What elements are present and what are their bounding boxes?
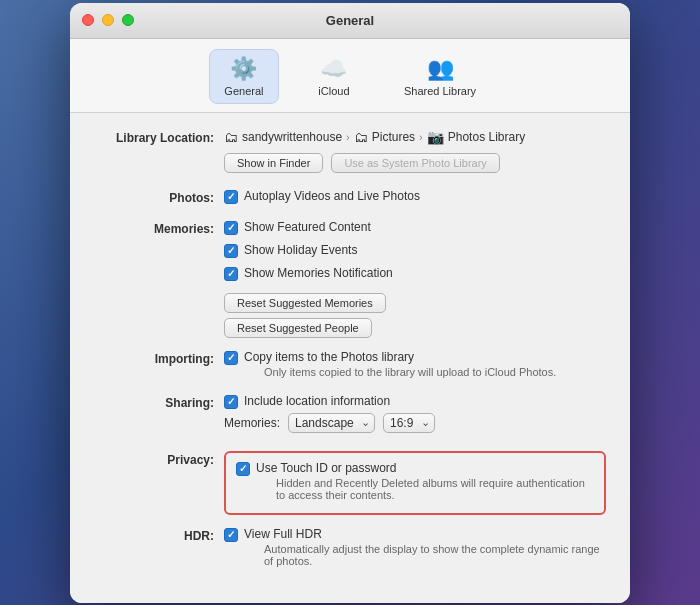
touch-id-row: Use Touch ID or password Hidden and Rece… bbox=[236, 461, 594, 501]
tab-icloud[interactable]: ☁️ iCloud bbox=[299, 49, 369, 104]
view-full-hdr-row: View Full HDR Automatically adjust the d… bbox=[224, 527, 606, 567]
reset-suggested-people-button[interactable]: Reset Suggested People bbox=[224, 318, 372, 338]
show-memories-notification-checkbox[interactable] bbox=[224, 267, 238, 281]
importing-row: Importing: Copy items to the Photos libr… bbox=[94, 350, 606, 382]
memories-sharing-row: Memories: Landscape Portrait Square 16:9… bbox=[224, 413, 606, 433]
copy-items-sub: Only items copied to the library will up… bbox=[264, 366, 556, 378]
include-location-label: Include location information bbox=[244, 394, 390, 408]
photos-content: Autoplay Videos and Live Photos bbox=[224, 189, 606, 208]
path-library: Photos Library bbox=[448, 130, 525, 144]
gear-icon: ⚙️ bbox=[230, 56, 257, 82]
reset-suggested-memories-button[interactable]: Reset Suggested Memories bbox=[224, 293, 386, 313]
privacy-box: Use Touch ID or password Hidden and Rece… bbox=[224, 451, 606, 515]
touch-id-checkbox[interactable] bbox=[236, 462, 250, 476]
traffic-lights bbox=[82, 14, 134, 26]
hdr-content: View Full HDR Automatically adjust the d… bbox=[224, 527, 606, 571]
include-location-row: Include location information bbox=[224, 394, 606, 409]
tab-general[interactable]: ⚙️ General bbox=[209, 49, 279, 104]
maximize-button[interactable] bbox=[122, 14, 134, 26]
photos-row: Photos: Autoplay Videos and Live Photos bbox=[94, 189, 606, 208]
importing-label: Importing: bbox=[94, 350, 224, 366]
settings-content: Library Location: 🗂 sandywrittenhouse › … bbox=[70, 113, 630, 603]
copy-items-checkbox[interactable] bbox=[224, 351, 238, 365]
library-path: 🗂 sandywrittenhouse › 🗂 Pictures › 📷 Pho… bbox=[224, 129, 606, 145]
tab-general-label: General bbox=[224, 85, 263, 97]
importing-content: Copy items to the Photos library Only it… bbox=[224, 350, 606, 382]
path-pictures: Pictures bbox=[372, 130, 415, 144]
memories-label: Memories: bbox=[94, 220, 224, 236]
show-featured-checkbox[interactable] bbox=[224, 221, 238, 235]
show-holiday-checkbox[interactable] bbox=[224, 244, 238, 258]
tab-icloud-label: iCloud bbox=[318, 85, 349, 97]
photos-icon: 📷 bbox=[427, 129, 444, 145]
sharing-content: Include location information Memories: L… bbox=[224, 394, 606, 439]
privacy-label: Privacy: bbox=[94, 451, 224, 467]
window-title: General bbox=[326, 13, 374, 28]
hdr-row: HDR: View Full HDR Automatically adjust … bbox=[94, 527, 606, 571]
toolbar: ⚙️ General ☁️ iCloud 👥 Shared Library bbox=[70, 39, 630, 113]
show-featured-row: Show Featured Content bbox=[224, 220, 606, 235]
show-featured-label: Show Featured Content bbox=[244, 220, 371, 234]
library-location-row: Library Location: 🗂 sandywrittenhouse › … bbox=[94, 129, 606, 177]
pictures-icon: 🗂 bbox=[354, 129, 368, 145]
sharing-row: Sharing: Include location information Me… bbox=[94, 394, 606, 439]
path-user: sandywrittenhouse bbox=[242, 130, 342, 144]
touch-id-label: Use Touch ID or password bbox=[256, 461, 397, 475]
memories-sharing-label: Memories: bbox=[224, 416, 280, 430]
copy-items-label: Copy items to the Photos library bbox=[244, 350, 414, 364]
privacy-row: Privacy: Use Touch ID or password Hidden… bbox=[94, 451, 606, 515]
show-in-finder-button[interactable]: Show in Finder bbox=[224, 153, 323, 173]
cloud-icon: ☁️ bbox=[320, 56, 347, 82]
sharing-label: Sharing: bbox=[94, 394, 224, 410]
copy-items-row: Copy items to the Photos library Only it… bbox=[224, 350, 606, 378]
path-arrow-1: › bbox=[346, 131, 350, 143]
show-holiday-row: Show Holiday Events bbox=[224, 243, 606, 258]
path-arrow-2: › bbox=[419, 131, 423, 143]
landscape-select[interactable]: Landscape Portrait Square bbox=[288, 413, 375, 433]
touch-id-sub: Hidden and Recently Deleted albums will … bbox=[276, 477, 594, 501]
touch-id-text-block: Use Touch ID or password Hidden and Rece… bbox=[256, 461, 594, 501]
tab-shared-library-label: Shared Library bbox=[404, 85, 476, 97]
privacy-content: Use Touch ID or password Hidden and Rece… bbox=[224, 451, 606, 515]
library-location-label: Library Location: bbox=[94, 129, 224, 145]
autoplay-row: Autoplay Videos and Live Photos bbox=[224, 189, 606, 204]
memories-row: Memories: Show Featured Content Show Hol… bbox=[94, 220, 606, 338]
memories-content: Show Featured Content Show Holiday Event… bbox=[224, 220, 606, 338]
view-full-hdr-sub: Automatically adjust the display to show… bbox=[264, 543, 606, 567]
tab-shared-library[interactable]: 👥 Shared Library bbox=[389, 49, 491, 104]
show-holiday-label: Show Holiday Events bbox=[244, 243, 357, 257]
landscape-select-wrapper: Landscape Portrait Square bbox=[288, 413, 375, 433]
autoplay-checkbox[interactable] bbox=[224, 190, 238, 204]
hdr-label: HDR: bbox=[94, 527, 224, 543]
people-icon: 👥 bbox=[427, 56, 454, 82]
library-location-content: 🗂 sandywrittenhouse › 🗂 Pictures › 📷 Pho… bbox=[224, 129, 606, 177]
titlebar: General bbox=[70, 3, 630, 39]
ratio-select[interactable]: 16:9 9:16 1:1 bbox=[383, 413, 435, 433]
view-full-hdr-checkbox[interactable] bbox=[224, 528, 238, 542]
library-button-row: Show in Finder Use as System Photo Libra… bbox=[224, 153, 606, 173]
copy-items-text-block: Copy items to the Photos library Only it… bbox=[244, 350, 556, 378]
include-location-checkbox[interactable] bbox=[224, 395, 238, 409]
minimize-button[interactable] bbox=[102, 14, 114, 26]
memories-buttons: Reset Suggested Memories Reset Suggested… bbox=[224, 293, 606, 338]
show-memories-notification-label: Show Memories Notification bbox=[244, 266, 393, 280]
view-full-hdr-label: View Full HDR bbox=[244, 527, 322, 541]
folder-icon: 🗂 bbox=[224, 129, 238, 145]
close-button[interactable] bbox=[82, 14, 94, 26]
photos-label: Photos: bbox=[94, 189, 224, 205]
autoplay-label: Autoplay Videos and Live Photos bbox=[244, 189, 420, 203]
use-as-system-photo-library-button[interactable]: Use as System Photo Library bbox=[331, 153, 499, 173]
ratio-select-wrapper: 16:9 9:16 1:1 bbox=[383, 413, 435, 433]
app-window: General ⚙️ General ☁️ iCloud 👥 Shared Li… bbox=[70, 3, 630, 603]
show-memories-notification-row: Show Memories Notification bbox=[224, 266, 606, 281]
view-full-hdr-text-block: View Full HDR Automatically adjust the d… bbox=[244, 527, 606, 567]
